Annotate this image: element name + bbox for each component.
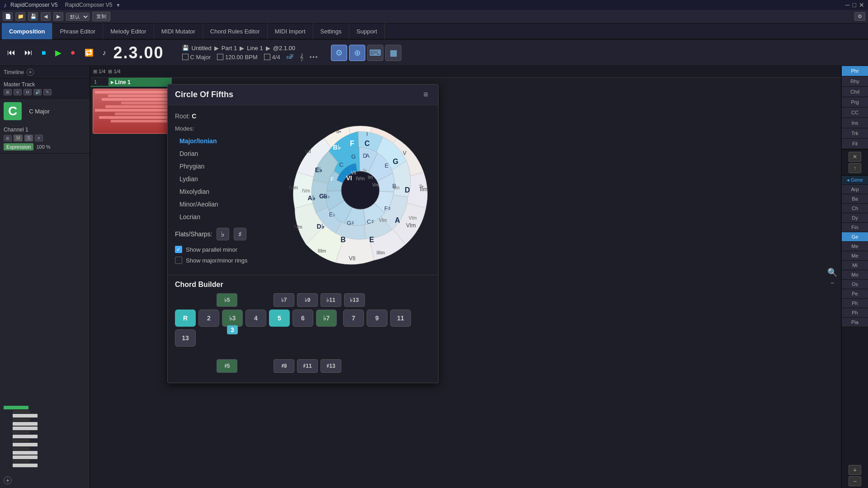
chord-btn-7[interactable]: 7 <box>343 310 364 327</box>
rs-tab-fil[interactable]: Fil <box>842 139 868 149</box>
tool-btn-2[interactable]: ⊕ <box>349 45 365 61</box>
breadcrumb-filename[interactable]: Untitled <box>192 45 212 52</box>
cof-diagram[interactable]: I V IIm VIm IIIm VII IIIm IVm IVm VII II… <box>283 113 437 267</box>
new-btn[interactable]: 📄 <box>3 12 13 21</box>
midi-btn[interactable]: ♪ <box>101 48 108 58</box>
rs-tab-prg[interactable]: Prg <box>842 97 868 108</box>
mode-major-ionian[interactable]: Major/Ionian <box>175 136 274 146</box>
chord-btn-11[interactable]: 11 <box>390 310 411 327</box>
tab-melody-editor[interactable]: Melody Editor <box>103 23 154 39</box>
loop-btn[interactable]: 🔁 <box>83 47 95 58</box>
rs-tab-dy[interactable]: Dy <box>842 213 868 223</box>
rs-tab-fin[interactable]: Fin <box>842 223 868 232</box>
panel-menu-btn[interactable]: ≡ <box>420 89 431 100</box>
rs-tab-ins[interactable]: Ins <box>842 118 868 128</box>
tool-btn-4[interactable]: ▦ <box>385 45 401 61</box>
chord-btn-b5-small[interactable]: ♭5 <box>217 293 237 307</box>
maximize-btn[interactable]: □ <box>853 1 856 9</box>
chord-btn-6[interactable]: 6 <box>292 310 313 327</box>
rs-tab-mo[interactable]: Mo <box>842 270 868 280</box>
tab-settings[interactable]: Settings <box>313 23 349 39</box>
mode-lydian[interactable]: Lydian <box>175 174 274 184</box>
rs-tab-ch[interactable]: Ch <box>842 204 868 213</box>
channel-grid-btn[interactable]: ⊞ <box>4 135 12 141</box>
mode-mixolydian[interactable]: Mixolydian <box>175 186 274 197</box>
chord-btn-b11-small[interactable]: ♭11 <box>321 293 341 307</box>
chord-btn-13[interactable]: 13 <box>175 329 196 347</box>
rs-tab-ph2[interactable]: Ph <box>842 308 868 318</box>
prev-btn[interactable]: ⏮ <box>5 47 17 58</box>
mode-minor-aeolian[interactable]: Minor/Aeolian <box>175 199 274 210</box>
sharp-btn[interactable]: ♯ <box>234 228 246 240</box>
timeline-add-btn[interactable]: + <box>27 69 34 76</box>
forward-btn[interactable]: ▶ <box>53 12 63 21</box>
master-icon-m[interactable]: M <box>24 89 32 95</box>
tab-support[interactable]: Support <box>349 23 385 39</box>
dropdown-arrow[interactable]: ▼ <box>116 3 120 8</box>
rs-tab-arp[interactable]: Arp <box>842 185 868 194</box>
save-btn[interactable]: 💾 <box>28 12 38 21</box>
rs-tab-mi[interactable]: Mi <box>842 261 868 270</box>
breadcrumb-part[interactable]: Part 1 <box>222 45 237 52</box>
mode-phrygian[interactable]: Phrygian <box>175 161 274 172</box>
chord-btn-R[interactable]: R <box>175 310 196 327</box>
add-track-btn[interactable]: + <box>0 473 90 488</box>
minimize-btn[interactable]: ─ <box>845 1 850 9</box>
rs-tab-pe[interactable]: Pe <box>842 289 868 299</box>
rs-ctrl-x[interactable]: ✕ <box>849 152 861 162</box>
channel-m-btn[interactable]: M <box>14 135 23 141</box>
chord-btn-b13-small[interactable]: ♭13 <box>344 293 365 307</box>
tab-phrase-editor[interactable]: Phrase Editor <box>52 23 103 39</box>
chord-btn-s11-small[interactable]: ♯11 <box>297 359 318 373</box>
rings-checkbox[interactable] <box>175 257 182 264</box>
zoom-btn-top[interactable]: + <box>849 465 861 475</box>
rs-tab-ph1[interactable]: Ph <box>842 299 868 308</box>
parallel-minor-checkbox[interactable]: ✓ <box>175 246 182 253</box>
chord-btn-2[interactable]: 2 <box>198 310 219 327</box>
tool-btn-1[interactable]: ⚙ <box>331 45 347 61</box>
rs-tab-trk[interactable]: Trk <box>842 128 868 139</box>
master-icon-edit[interactable]: ✎ <box>43 89 52 95</box>
chord-btn-5[interactable]: 5 <box>269 310 290 327</box>
rs-tab-os[interactable]: Os <box>842 280 868 289</box>
chord-btn-b7[interactable]: ♭7 <box>316 310 337 327</box>
version-dropdown[interactable]: RapidComposer V5 <box>65 2 113 8</box>
zoom-btn-bottom[interactable]: − <box>849 476 861 486</box>
chord-btn-9[interactable]: 9 <box>367 310 387 327</box>
next-btn[interactable]: ⏭ <box>23 47 34 58</box>
master-icon-grid[interactable]: ⊞ <box>4 89 12 95</box>
rs-tab-rhy[interactable]: Rhy <box>842 76 868 87</box>
rs-tab-ba[interactable]: Ba <box>842 194 868 204</box>
zoom-in-btn[interactable]: 🔍 <box>827 267 837 277</box>
chord-btn-b7-small[interactable]: ♭7 <box>274 293 294 307</box>
tab-chord-rules[interactable]: Chord Rules Editor <box>203 23 268 39</box>
open-btn[interactable]: 📁 <box>15 12 25 21</box>
chord-btn-s5-small[interactable]: ♯5 <box>217 359 237 373</box>
tab-midi-import[interactable]: MIDI Import <box>268 23 313 39</box>
play-btn[interactable]: ▶ <box>53 47 63 59</box>
rs-ctrl-up[interactable]: ↑ <box>849 163 861 173</box>
mode-dorian[interactable]: Dorian <box>175 148 274 159</box>
chord-btn-s9-small[interactable]: ♯9 <box>274 359 294 373</box>
master-icon-vol[interactable]: 🔊 <box>33 89 42 95</box>
chord-btn-b9-small[interactable]: ♭9 <box>297 293 318 307</box>
tool-btn-3[interactable]: ⌨ <box>367 45 383 61</box>
rs-tab-pia[interactable]: Pia <box>842 318 868 327</box>
chord-btn-s13-small[interactable]: ♯13 <box>321 359 341 373</box>
rs-tab-cc[interactable]: CC <box>842 108 868 118</box>
rs-tab-me2[interactable]: Me <box>842 251 868 261</box>
channel-lines-btn[interactable]: ≡ <box>35 135 43 141</box>
breadcrumb-line[interactable]: Line 1 <box>247 45 263 52</box>
tab-composition[interactable]: Composition <box>2 23 52 39</box>
flat-btn[interactable]: ♭ <box>217 228 229 240</box>
rs-tab-ge[interactable]: Ge <box>842 232 868 242</box>
rs-tab-chd[interactable]: Chd <box>842 87 868 97</box>
rs-tab-phr[interactable]: Phr <box>842 66 868 76</box>
tab-midi-mutator[interactable]: MIDI Mutator <box>154 23 203 39</box>
chord-btn-4[interactable]: 4 <box>245 310 266 327</box>
more-dots[interactable]: ••• <box>310 54 319 61</box>
stop-btn[interactable]: ■ <box>40 48 48 58</box>
settings-btn[interactable]: ⚙ <box>854 12 865 21</box>
preset-dropdown[interactable]: 默认 <box>66 13 90 21</box>
record-btn[interactable]: ● <box>69 47 77 58</box>
